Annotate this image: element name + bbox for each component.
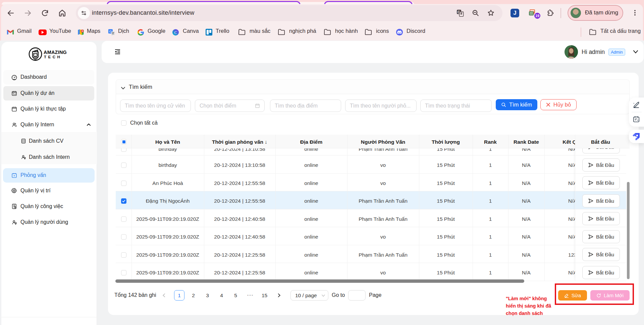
svg-text:C: C bbox=[174, 30, 177, 35]
svg-text:G: G bbox=[109, 29, 112, 33]
